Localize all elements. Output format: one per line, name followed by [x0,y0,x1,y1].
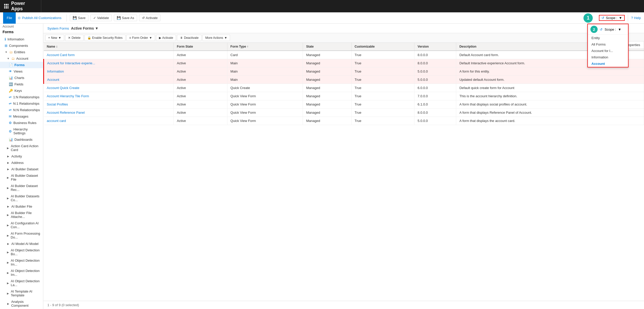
form-state-cell: Active [174,109,227,117]
sidebar-item-account[interactable]: ▼ 🗂 Account [0,55,43,62]
validate-icon: ✓ [93,16,96,20]
table-footer: 1 - 9 of 9 (0 selected) [43,301,644,309]
validate-button[interactable]: ✓ Validate [90,15,112,21]
scope-option-accountfori[interactable]: Account for I... [588,48,628,54]
form-name-cell[interactable]: Account Quick Create [44,84,174,92]
sidebar-item-views[interactable]: 👁 Views [0,68,43,75]
sidebar-item-ai-builder-datasets-co[interactable]: ▶ AI Builder Datasets Co... [0,193,43,203]
form-name-cell[interactable]: Social Profiles [44,100,174,109]
sidebar-item-ai-template[interactable]: ▶ AI Template AI Template [0,288,43,298]
form-name-cell[interactable]: Account for Interactive experie... [44,59,174,67]
sidebar-item-keys[interactable]: 🔑 Keys [0,87,43,94]
form-name-cell[interactable]: account card [44,117,174,125]
sidebar-item-ai-builder-dataset-rec[interactable]: ▶ AI Builder Dataset Rec... [0,183,43,193]
sidebar-item-business-rules[interactable]: ⚙ Business Rules [0,120,43,126]
sidebar-item-ai-object-bo[interactable]: ▶ AI Object Detection Bo... [0,247,43,257]
sidebar-item-hierarchy-settings[interactable]: ⚙ Hierarchy Settings [0,126,43,136]
sidebar-item-forms[interactable]: 📄 Forms [0,62,43,68]
sidebar-item-ai-builder-dataset-file[interactable]: ▶ AI Builder Dataset File [0,172,43,183]
sidebar-item-entities[interactable]: ▼ 🗂 Entities [0,49,43,55]
delete-button[interactable]: ✕ Delete [65,35,83,41]
state-cell: Managed [303,76,351,84]
forms-icon: 📄 [9,63,13,67]
account-label: Account [0,24,43,29]
col-customizable[interactable]: Customizable [351,43,414,51]
sidebar-item-ai-builder-dataset[interactable]: ▶ AI Builder Dataset [0,166,43,172]
sidebar-item-ai-object-im1[interactable]: ▶ AI Object Detection Im... [0,257,43,268]
scope-box[interactable]: ↺ Scope : ▼ [599,15,625,21]
enable-security-button[interactable]: 🔒 Enable Security Roles [84,35,125,41]
file-button[interactable]: File [3,12,16,24]
deactivate-button[interactable]: ⏸ Deactivate [177,35,201,41]
scope-refresh-icon2: ↺ [600,28,603,31]
form-name-cell[interactable]: Information [44,67,174,76]
col-form-state[interactable]: Form State [174,43,227,51]
sidebar-item-ai-object-im2[interactable]: ▶ AI Object Detection Im... [0,268,43,278]
form-name-cell[interactable]: Account Hierarchy Tile Form [44,92,174,100]
fields-icon: 🔤 [9,82,13,86]
chevron-down-icon: ▼ [619,16,622,20]
sidebar-item-ai-object-la[interactable]: ▶ AI Object Detection La... [0,278,43,288]
scope-option-account[interactable]: Account [588,60,628,67]
scope-option-entity[interactable]: Entity [588,35,628,41]
sidebar-item-analysis-component[interactable]: ▶ Analysis Component [0,298,43,309]
sidebar-item-ai-configuration[interactable]: ▶ AI Configuration AI Con... [0,220,43,230]
activate-form-button[interactable]: ▶ Activate [156,35,176,41]
form-order-button[interactable]: ≡ Form Order ▼ [126,35,155,41]
description-cell: A form that displays Reference Panel of … [456,109,644,117]
save-button[interactable]: 💾 Save [70,15,88,21]
form-type-cell: Main [227,59,303,67]
scope-header-label: Scope : [605,28,616,31]
app-logo: Power Apps [0,0,41,12]
col-form-type[interactable]: Form Type ↑ [227,43,303,51]
activate-button[interactable]: ↺ Activate [139,15,160,21]
sidebar-item-fields[interactable]: 🔤 Fields [0,81,43,87]
scope-dropdown-header: 2 ↺ Scope : ▼ [588,24,628,35]
views-icon: 👁 [9,69,12,73]
sidebar-item-1n-relationships[interactable]: ⇌ 1:N Relationships [0,94,43,100]
sidebar-item-ai-form-processing[interactable]: ▶ AI Form Processing Do... [0,230,43,241]
sidebar-item-information[interactable]: ℹ Information [0,36,43,42]
sidebar-item-nn-relationships[interactable]: ⇌ N:N Relationships [0,107,43,113]
form-type-cell: Quick Create [227,84,303,92]
dropdown-arrow-icon: ▼ [95,26,99,30]
version-cell: 8.0.0.0 [414,59,456,67]
save-as-button[interactable]: 💾 Save As [114,15,137,21]
sidebar-item-activity[interactable]: ▶ Activity [0,153,43,160]
waffle-icon[interactable] [4,4,9,8]
col-version[interactable]: Version [414,43,456,51]
scope-option-information[interactable]: Information [588,54,628,60]
content-header: System Forms Active Forms ▼ [43,24,644,33]
scope-label: Scope : [606,16,617,20]
form-type-cell: Quick View Form [227,100,303,109]
sidebar-item-n1-relationships[interactable]: ⇌ N:1 Relationships [0,100,43,107]
save-icon: 💾 [73,16,77,20]
form-type-cell: Card [227,51,303,59]
sidebar-item-ai-builder-file-attache[interactable]: ▶ AI Builder File Attache... [0,210,43,220]
activate-icon: ↺ [142,16,145,20]
help-button[interactable]: ? Help [631,16,641,20]
breadcrumb-system-forms[interactable]: System Forms [47,27,69,30]
sidebar-item-messages[interactable]: ✉ Messages [0,113,43,120]
form-name-cell[interactable]: Account Card form [44,51,174,59]
sidebar-item-ai-builder-file[interactable]: ▶ AI Builder File [0,203,43,210]
sidebar-item-action-card[interactable]: ▶ Action Card Action Card [0,143,43,153]
sidebar-item-components[interactable]: ⊞ Components [0,42,43,49]
sidebar-item-charts[interactable]: 📊 Charts [0,75,43,81]
scope-option-allforms[interactable]: All Forms [588,41,628,48]
new-button[interactable]: + New ▼ [45,35,64,41]
form-name-cell[interactable]: Account [44,76,174,84]
col-state[interactable]: State [303,43,351,51]
sidebar-item-address[interactable]: ▶ Address [0,160,43,166]
expand-icon: ▼ [5,51,8,54]
ait-expand: ▶ [7,292,9,295]
col-name[interactable]: Name ↕ [44,43,174,51]
sidebar-item-ai-model[interactable]: ▶ AI Model AI Model [0,241,43,247]
active-forms-button[interactable]: Active Forms ▼ [71,26,99,30]
sidebar-item-dashboards[interactable]: 📊 Dashboards [0,136,43,143]
more-actions-button[interactable]: More Actions ▼ [202,35,230,41]
form-type-cell: Quick View Form [227,92,303,100]
expand-icon2: ▼ [7,57,10,60]
publish-button[interactable]: ⊙ Publish All Customizations [18,16,61,20]
form-name-cell[interactable]: Account Reference Panel [44,109,174,117]
